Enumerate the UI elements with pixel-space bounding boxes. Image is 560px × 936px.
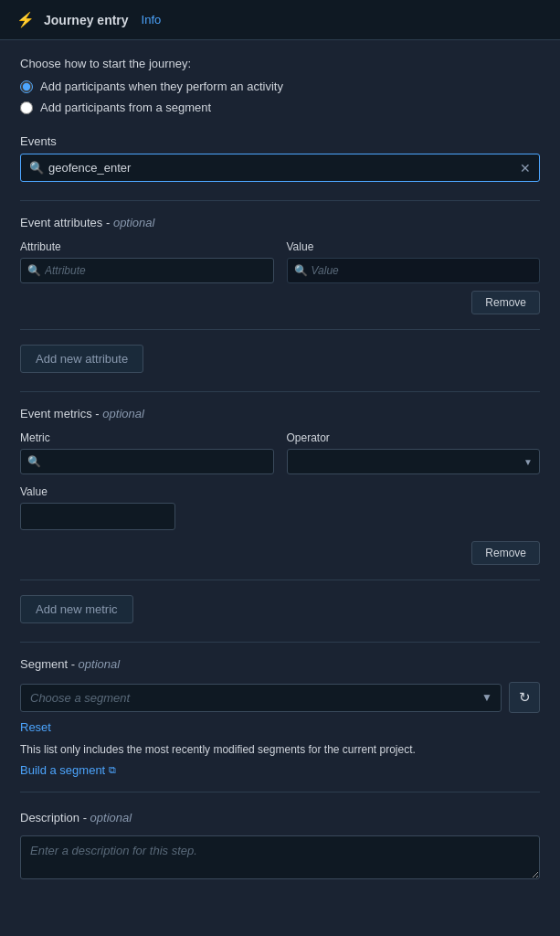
radio-item-activity[interactable]: Add participants when they perform an ac… bbox=[20, 80, 540, 93]
events-search-icon: 🔍 bbox=[29, 161, 44, 175]
attribute-col: Attribute 🔍 bbox=[20, 240, 274, 283]
operator-select[interactable] bbox=[287, 449, 541, 474]
events-clear-icon[interactable]: ✕ bbox=[520, 161, 531, 176]
page: ⚡ Journey entry Info Choose how to start… bbox=[0, 0, 560, 936]
radio-activity-label: Add participants when they perform an ac… bbox=[40, 80, 283, 93]
segment-select[interactable]: Choose a segment bbox=[20, 684, 502, 712]
events-input-wrapper: 🔍 ✕ bbox=[20, 154, 540, 182]
metric-remove-row: Remove bbox=[20, 541, 540, 565]
header-info-link[interactable]: Info bbox=[142, 13, 162, 27]
header: ⚡ Journey entry Info bbox=[0, 0, 560, 40]
build-segment-label: Build a segment bbox=[20, 763, 105, 777]
attribute-search-icon: 🔍 bbox=[27, 264, 41, 277]
radio-segment-label: Add participants from a segment bbox=[40, 101, 211, 114]
metric-remove-button[interactable]: Remove bbox=[471, 541, 540, 565]
radio-activity[interactable] bbox=[20, 80, 33, 93]
external-link-icon: ⧉ bbox=[109, 764, 116, 776]
value-col: Value 🔍 bbox=[287, 240, 541, 283]
attribute-row: Attribute 🔍 Value 🔍 bbox=[20, 240, 540, 283]
metric-row: Metric 🔍 Operator ▼ bbox=[20, 431, 540, 474]
radio-segment[interactable] bbox=[20, 101, 33, 114]
attribute-input[interactable] bbox=[20, 258, 274, 283]
radio-item-segment[interactable]: Add participants from a segment bbox=[20, 101, 540, 114]
metric-value-label: Value bbox=[20, 485, 540, 498]
value-col-label: Value bbox=[287, 240, 541, 253]
journey-start-label: Choose how to start the journey: bbox=[20, 57, 540, 70]
events-section: Events 🔍 ✕ bbox=[20, 134, 540, 182]
description-section: Description - optional bbox=[20, 811, 540, 882]
divider-2 bbox=[20, 329, 540, 330]
events-input[interactable] bbox=[20, 154, 540, 182]
content: Choose how to start the journey: Add par… bbox=[0, 40, 560, 899]
events-label: Events bbox=[20, 134, 540, 148]
radio-group: Add participants when they perform an ac… bbox=[20, 80, 540, 114]
value-search-icon: 🔍 bbox=[294, 264, 308, 277]
attribute-remove-button[interactable]: Remove bbox=[471, 291, 540, 314]
divider-5 bbox=[20, 642, 540, 643]
divider-6 bbox=[20, 792, 540, 792]
metric-col: Metric 🔍 bbox=[20, 431, 274, 474]
segment-heading: Segment - optional bbox=[20, 657, 540, 671]
metric-search-icon: 🔍 bbox=[27, 455, 41, 468]
event-metrics-section: Event metrics - optional Metric 🔍 Operat… bbox=[20, 407, 540, 627]
refresh-button[interactable]: ↻ bbox=[509, 682, 540, 713]
attribute-remove-row: Remove bbox=[20, 291, 540, 314]
operator-col: Operator ▼ bbox=[287, 431, 541, 474]
metric-value-section: Value bbox=[20, 485, 540, 530]
refresh-icon: ↻ bbox=[519, 689, 531, 706]
segment-select-wrapper: Choose a segment ▼ bbox=[20, 684, 502, 712]
value-input-wrapper: 🔍 bbox=[287, 258, 541, 283]
header-title: Journey entry bbox=[44, 13, 129, 27]
value-input[interactable] bbox=[287, 258, 541, 283]
divider-3 bbox=[20, 391, 540, 392]
operator-select-wrapper: ▼ bbox=[287, 449, 541, 474]
event-attributes-section: Event attributes - optional Attribute 🔍 … bbox=[20, 216, 540, 377]
segment-note: This list only includes the most recentl… bbox=[20, 741, 540, 758]
build-segment-link[interactable]: Build a segment ⧉ bbox=[20, 763, 540, 777]
attribute-col-label: Attribute bbox=[20, 240, 274, 253]
event-metrics-heading: Event metrics - optional bbox=[20, 407, 540, 420]
operator-label: Operator bbox=[287, 431, 541, 444]
add-metric-button[interactable]: Add new metric bbox=[20, 595, 133, 623]
segment-row: Choose a segment ▼ ↻ bbox=[20, 682, 540, 713]
divider-4 bbox=[20, 580, 540, 580]
divider-1 bbox=[20, 200, 540, 201]
reset-link[interactable]: Reset bbox=[20, 720, 51, 734]
metric-value-input[interactable] bbox=[20, 503, 175, 530]
add-attribute-button[interactable]: Add new attribute bbox=[20, 345, 143, 373]
description-textarea[interactable] bbox=[20, 835, 540, 879]
metric-label: Metric bbox=[20, 431, 274, 444]
metric-input[interactable] bbox=[20, 449, 274, 474]
attribute-input-wrapper: 🔍 bbox=[20, 258, 274, 283]
segment-section: Segment - optional Choose a segment ▼ ↻ … bbox=[20, 657, 540, 777]
event-attributes-heading: Event attributes - optional bbox=[20, 216, 540, 229]
metric-input-wrapper: 🔍 bbox=[20, 449, 274, 474]
description-heading: Description - optional bbox=[20, 811, 540, 824]
lightning-icon: ⚡ bbox=[16, 11, 35, 28]
